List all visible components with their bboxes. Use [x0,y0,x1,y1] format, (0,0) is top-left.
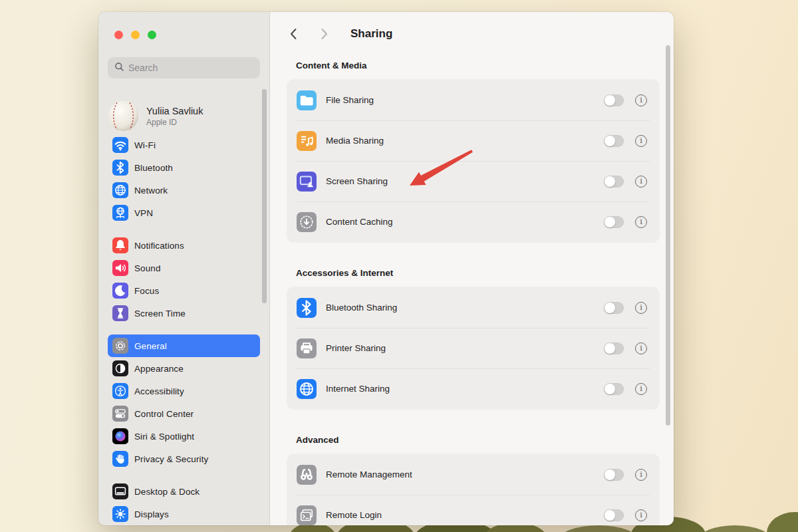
sidebar-item-label: Control Center [134,409,194,419]
music-notes-icon [297,131,317,151]
info-button[interactable]: i [635,469,647,481]
sidebar-item-label: Bluetooth [134,163,173,173]
toggle-switch[interactable] [604,94,624,106]
search-icon [114,61,125,75]
binoculars-icon [297,465,317,485]
row-label: Screen Sharing [326,176,604,186]
info-button[interactable]: i [635,509,647,521]
sidebar-group: Notifications Sound Focus Screen Time [108,234,260,325]
appearance-icon [112,360,128,376]
row-label: Bluetooth Sharing [326,303,604,313]
zoom-button[interactable] [148,31,156,39]
settings-row-content-caching: Content Caching i [287,201,659,242]
wifi-icon [112,137,128,153]
sidebar-item-wi-fi[interactable]: Wi-Fi [108,134,260,156]
sidebar-item-vpn[interactable]: VPN [108,201,260,224]
toggle-switch[interactable] [604,383,624,395]
info-button[interactable]: i [635,302,647,314]
forward-button[interactable] [316,26,332,42]
sidebar-item-general[interactable]: General [108,334,260,357]
sidebar-item-accessibility[interactable]: Accessibility [108,380,260,402]
sidebar-item-siri-spotlight[interactable]: Siri & Spotlight [108,425,260,448]
sidebar-item-notifications[interactable]: Notifications [108,234,260,257]
minimize-button[interactable] [131,31,140,39]
toggle-switch[interactable] [604,302,624,314]
accessibility-icon [112,383,128,399]
settings-section: Advanced Remote Management i Remote Logi… [287,435,659,525]
settings-row-media-sharing: Media Sharing i [287,120,659,161]
sidebar-item-control-center[interactable]: Control Center [108,402,260,425]
search-input[interactable] [128,63,254,73]
avatar-baseball [108,100,139,132]
network-globe-icon [297,379,317,399]
sidebar-item-label: Notifications [134,241,184,251]
toggle-knob [604,136,615,146]
toggle-switch[interactable] [604,135,624,147]
toggle-switch[interactable] [604,342,624,354]
info-button[interactable]: i [635,383,647,395]
sidebar-item-screen-time[interactable]: Screen Time [108,302,260,325]
section-title: Content & Media [296,61,659,70]
settings-group: File Sharing i Media Sharing i Screen Sh… [287,80,659,242]
sidebar-item-displays[interactable]: Displays [108,503,260,525]
sun-icon [112,506,128,522]
sidebar-item-network[interactable]: Network [108,179,260,201]
info-button[interactable]: i [635,216,647,228]
toggle-switch[interactable] [604,509,624,521]
sidebar-group: General Appearance Accessibility Control… [108,334,260,470]
toggle-switch[interactable] [604,216,624,228]
pane-header: Sharing [270,12,674,56]
sidebar-item-privacy-security[interactable]: Privacy & Security [108,448,260,470]
dock-icon [112,483,128,499]
toggle-knob [604,176,615,187]
settings-section: Accessories & Internet Bluetooth Sharing… [287,268,659,409]
toggle-switch[interactable] [604,176,624,188]
settings-row-remote-management: Remote Management i [287,454,659,495]
vpn-globe-icon [112,205,128,221]
row-label: Internet Sharing [326,384,604,394]
bell-icon [112,237,128,253]
sharing-pane: Sharing Content & Media File Sharing i M… [270,12,674,525]
sidebar-item-label: Focus [134,286,159,296]
sidebar-item-label: Network [134,186,168,196]
sidebar-item-label: Siri & Spotlight [134,432,194,442]
sidebar-item-desktop-dock[interactable]: Desktop & Dock [108,480,260,503]
sidebar-item-bluetooth[interactable]: Bluetooth [108,156,260,179]
sidebar-scrollbar[interactable] [262,89,267,303]
sidebar-item-focus[interactable]: Focus [108,279,260,302]
account-subtitle: Apple ID [146,118,203,127]
sidebar-item-sound[interactable]: Sound [108,257,260,279]
content-scrollbar[interactable] [666,45,670,426]
info-button[interactable]: i [635,135,647,147]
sidebar-item-appearance[interactable]: Appearance [108,357,260,380]
sidebar-item-label: General [134,341,167,351]
bluetooth-icon [112,160,128,176]
row-label: Remote Management [326,469,604,479]
info-button[interactable]: i [635,176,647,188]
sidebar-nav: Wi-Fi Bluetooth Network VPN Notification… [108,134,260,525]
back-button[interactable] [286,26,302,42]
search-field[interactable] [108,57,260,78]
toggle-switch[interactable] [604,469,624,481]
info-button[interactable]: i [635,342,647,354]
settings-row-internet-sharing: Internet Sharing i [287,368,659,409]
toggle-knob [604,469,615,480]
toggle-knob [604,217,615,227]
toggle-knob [604,510,615,521]
section-title: Accessories & Internet [296,268,659,278]
sidebar-item-label: Accessibility [134,386,184,396]
section-title: Advanced [296,435,659,445]
moon-icon [112,283,128,299]
settings-section: Content & Media File Sharing i Media Sha… [287,61,659,242]
sidebar-item-label: Displays [134,509,169,519]
apple-id-row[interactable]: Yuliia Savliuk Apple ID [108,100,203,132]
sidebar-item-label: Sound [134,263,161,273]
settings-group: Remote Management i Remote Login i [287,454,659,525]
folder-icon [297,90,317,110]
close-button[interactable] [114,31,123,39]
sidebar-group: Wi-Fi Bluetooth Network VPN [108,134,260,224]
info-button[interactable]: i [635,94,647,106]
settings-row-file-sharing: File Sharing i [287,80,659,120]
settings-row-printer-sharing: Printer Sharing i [287,328,659,368]
system-settings-window: Yuliia Savliuk Apple ID Wi-Fi Bluetooth … [98,12,674,525]
